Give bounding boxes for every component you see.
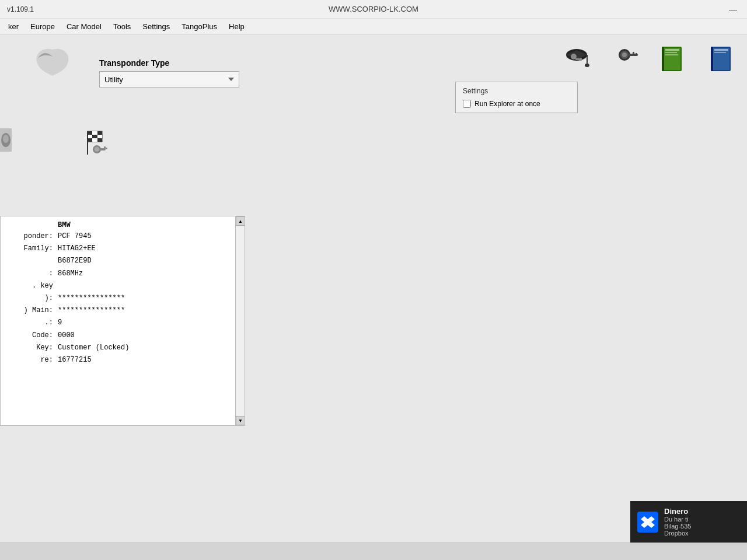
data-key-firmware: re: bbox=[5, 355, 58, 366]
window-controls: — bbox=[726, 4, 740, 15]
data-value-keytype2: Customer (Locked) bbox=[58, 342, 129, 354]
svg-rect-22 bbox=[714, 52, 726, 53]
minimize-button[interactable]: — bbox=[726, 4, 740, 15]
main-content: Transponder Type Utility Crypto Fixed Co… bbox=[0, 35, 747, 560]
data-row-num: .: 9 bbox=[5, 317, 231, 328]
toolbar-icons bbox=[559, 42, 741, 77]
svg-rect-28 bbox=[92, 131, 97, 135]
settings-panel: Settings Run Explorer at once bbox=[455, 82, 578, 113]
notification-text: Dinero Du har ti Bilag-535 Dropbox bbox=[664, 507, 691, 537]
transponder-select[interactable]: Utility Crypto Fixed Code Remote bbox=[99, 71, 239, 88]
menu-item-maker[interactable]: ker bbox=[2, 20, 25, 33]
middle-section bbox=[0, 128, 110, 159]
run-explorer-checkbox[interactable] bbox=[463, 100, 471, 108]
logo-icon bbox=[29, 41, 76, 88]
svg-rect-35 bbox=[97, 138, 102, 142]
data-value-id: B6872E9D bbox=[58, 256, 92, 267]
graduate-key-icon[interactable] bbox=[559, 42, 594, 77]
transponder-group: Transponder Type Utility Crypto Fixed Co… bbox=[99, 58, 239, 88]
svg-rect-20 bbox=[713, 48, 729, 70]
data-row-key1: ): **************** bbox=[5, 293, 231, 304]
svg-rect-21 bbox=[714, 49, 728, 51]
menu-item-tangoplus[interactable]: TangoPlus bbox=[176, 20, 223, 33]
bird-logo-svg bbox=[32, 44, 73, 85]
data-panel-content: BMW ponder: PCF 7945 Family: HITAG2+EE B… bbox=[1, 216, 235, 372]
data-value-mainkey: **************** bbox=[58, 305, 125, 316]
taskbar bbox=[0, 542, 747, 560]
data-row-id: B6872E9D bbox=[5, 256, 231, 267]
data-key-keytype: . key bbox=[5, 281, 58, 292]
race-key-icon[interactable] bbox=[81, 128, 110, 159]
data-row-family: Family: HITAG2+EE bbox=[5, 243, 231, 254]
data-key-keytype2: Key: bbox=[5, 342, 58, 354]
data-key-key1: ): bbox=[5, 293, 58, 304]
svg-rect-33 bbox=[88, 138, 92, 142]
svg-rect-23 bbox=[711, 47, 713, 71]
data-key-num: .: bbox=[5, 317, 58, 328]
menu-item-carmodel[interactable]: Car Model bbox=[61, 20, 107, 33]
svg-rect-18 bbox=[662, 47, 664, 71]
notification-line2: Bilag-535 bbox=[664, 523, 691, 530]
data-value-firmware: 16777215 bbox=[58, 355, 92, 366]
svg-rect-34 bbox=[92, 138, 97, 142]
data-row-firmware: re: 16777215 bbox=[5, 355, 231, 366]
reference-book-icon[interactable] bbox=[706, 42, 741, 77]
scroll-down-button[interactable]: ▼ bbox=[236, 416, 245, 425]
transponder-label: Transponder Type bbox=[99, 58, 239, 68]
car-key-icon[interactable] bbox=[608, 42, 643, 77]
svg-rect-40 bbox=[104, 146, 106, 149]
menu-item-europe[interactable]: Europe bbox=[25, 20, 61, 33]
data-row-transponder: ponder: PCF 7945 bbox=[5, 231, 231, 242]
data-key-transponder: ponder: bbox=[5, 231, 58, 242]
left-side-icon[interactable] bbox=[0, 128, 12, 152]
svg-rect-29 bbox=[97, 131, 102, 135]
svg-rect-32 bbox=[97, 135, 102, 138]
svg-point-9 bbox=[622, 52, 627, 57]
data-value-freq: 868MHz bbox=[58, 268, 83, 279]
menu-item-tools[interactable]: Tools bbox=[107, 20, 137, 33]
data-key-mainkey: ) Main: bbox=[5, 305, 58, 316]
data-key-family: Family: bbox=[5, 243, 58, 254]
data-value-family: HITAG2+EE bbox=[58, 243, 96, 254]
website-label: WWW.SCORPIO-LK.COM bbox=[329, 5, 418, 13]
svg-rect-27 bbox=[88, 131, 92, 135]
dropbox-notification[interactable]: Dinero Du har ti Bilag-535 Dropbox bbox=[630, 501, 747, 542]
data-heading: BMW bbox=[5, 221, 231, 229]
svg-rect-15 bbox=[665, 49, 679, 51]
data-value-transponder: PCF 7945 bbox=[58, 231, 92, 242]
data-row-code: Code: 0000 bbox=[5, 330, 231, 341]
svg-rect-30 bbox=[88, 135, 92, 138]
data-value-key1: **************** bbox=[58, 293, 125, 304]
menu-item-settings[interactable]: Settings bbox=[137, 20, 176, 33]
title-bar: v1.109.1 WWW.SCORPIO-LK.COM — bbox=[0, 0, 747, 19]
menu-item-help[interactable]: Help bbox=[223, 20, 250, 33]
data-row-keytype2: Key: Customer (Locked) bbox=[5, 342, 231, 354]
manual-book-icon[interactable] bbox=[657, 42, 692, 77]
data-key-freq: : bbox=[5, 268, 58, 279]
svg-rect-16 bbox=[665, 52, 677, 53]
scrollbar: ▲ ▼ bbox=[235, 216, 245, 425]
version-label: v1.109.1 bbox=[7, 5, 34, 13]
svg-point-3 bbox=[585, 64, 589, 67]
top-section: Transponder Type Utility Crypto Fixed Co… bbox=[6, 41, 741, 105]
svg-rect-41 bbox=[106, 148, 107, 149]
data-key-id bbox=[5, 256, 58, 267]
notification-title: Dinero bbox=[664, 507, 691, 516]
notification-source: Dropbox bbox=[664, 530, 691, 537]
data-panel: BMW ponder: PCF 7945 Family: HITAG2+EE B… bbox=[0, 216, 245, 426]
data-value-code: 0000 bbox=[58, 330, 75, 341]
svg-point-38 bbox=[95, 147, 99, 152]
svg-point-25 bbox=[3, 135, 9, 143]
data-value-num: 9 bbox=[58, 317, 62, 328]
run-explorer-label[interactable]: Run Explorer at once bbox=[474, 100, 540, 108]
scroll-up-button[interactable]: ▲ bbox=[236, 216, 245, 226]
data-row-mainkey: ) Main: **************** bbox=[5, 305, 231, 316]
svg-rect-17 bbox=[665, 54, 678, 55]
dropbox-icon bbox=[637, 512, 658, 533]
notification-line1: Du har ti bbox=[664, 516, 691, 523]
svg-rect-11 bbox=[633, 52, 634, 54]
menu-bar: ker Europe Car Model Tools Settings Tang… bbox=[0, 19, 747, 35]
data-row-freq: : 868MHz bbox=[5, 268, 231, 279]
run-explorer-row: Run Explorer at once bbox=[463, 100, 570, 108]
svg-rect-6 bbox=[580, 58, 582, 61]
